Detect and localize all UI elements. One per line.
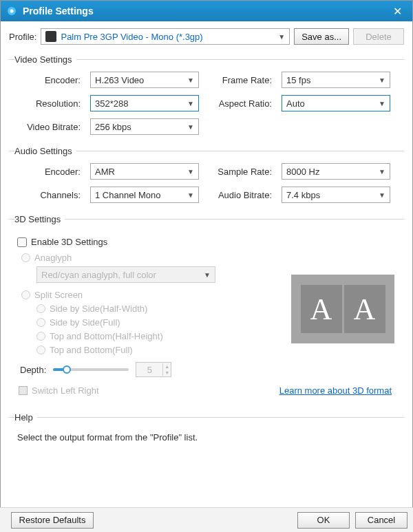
chevron-down-icon: ▼ <box>379 76 385 84</box>
title-bar: Profile Settings ✕ <box>1 1 412 21</box>
preview-left: A <box>301 285 342 333</box>
switch-lr-label: Switch Left Right <box>32 385 99 396</box>
sbs-half-radio <box>36 304 45 313</box>
cancel-button[interactable]: Cancel <box>355 512 407 529</box>
audio-encoder-label: Encoder: <box>14 167 83 177</box>
audio-legend: Audio Settings <box>14 146 76 156</box>
profile-row: Profile: Palm Pre 3GP Video - Mono (*.3g… <box>9 28 404 45</box>
video-settings-group: Video Settings Encoder: H.263 Video▼ Fra… <box>9 54 404 140</box>
resolution-dropdown[interactable]: 352*288▼ <box>90 95 199 111</box>
ok-button[interactable]: OK <box>297 512 350 529</box>
chevron-up-icon: ▲ <box>163 363 171 370</box>
depth-spinner: 5 ▲▼ <box>136 362 171 377</box>
tb-full-radio <box>36 345 45 354</box>
chevron-down-icon: ▼ <box>163 370 171 376</box>
encoder-label: Encoder: <box>14 75 83 85</box>
chevron-down-icon: ▼ <box>278 33 285 41</box>
channels-dropdown[interactable]: 1 Channel Mono▼ <box>90 187 199 203</box>
chevron-down-icon: ▼ <box>187 100 194 107</box>
help-text: Select the output format from the "Profi… <box>14 429 401 443</box>
channels-label: Channels: <box>14 190 83 200</box>
profile-selected: Palm Pre 3GP Video - Mono (*.3gp) <box>61 32 278 42</box>
frame-rate-label: Frame Rate: <box>206 75 275 85</box>
help-legend: Help <box>14 412 37 423</box>
video-bitrate-label: Video Bitrate: <box>14 122 83 132</box>
learn-more-link[interactable]: Learn more about 3D format <box>279 385 392 396</box>
preview-right: A <box>344 285 385 333</box>
window-title: Profile Settings <box>23 6 388 17</box>
chevron-down-icon: ▼ <box>379 191 385 199</box>
app-logo-icon <box>6 6 17 17</box>
switch-lr-checkbox <box>19 386 28 395</box>
chevron-down-icon: ▼ <box>187 191 194 199</box>
chevron-down-icon: ▼ <box>379 100 385 107</box>
anaglyph-mode-dropdown: Red/cyan anaglyph, full color▼ <box>36 266 215 283</box>
slider-thumb-icon[interactable] <box>63 365 71 374</box>
device-icon <box>45 31 56 42</box>
enable-3d-checkbox[interactable] <box>17 237 27 247</box>
profile-dropdown[interactable]: Palm Pre 3GP Video - Mono (*.3gp) ▼ <box>41 28 290 45</box>
resolution-label: Resolution: <box>14 98 83 109</box>
restore-defaults-button[interactable]: Restore Defaults <box>11 512 94 529</box>
enable-3d-label: Enable 3D Settings <box>31 237 107 247</box>
anaglyph-radio <box>21 253 30 262</box>
sample-rate-dropdown[interactable]: 8000 Hz▼ <box>282 163 390 180</box>
frame-rate-dropdown[interactable]: 15 fps▼ <box>282 72 390 88</box>
chevron-down-icon: ▼ <box>187 168 194 175</box>
anaglyph-label: Anaglyph <box>34 253 72 263</box>
video-legend: Video Settings <box>14 54 76 65</box>
depth-slider[interactable] <box>53 364 129 375</box>
aspect-ratio-dropdown[interactable]: Auto▼ <box>282 95 390 111</box>
video-bitrate-dropdown[interactable]: 256 kbps▼ <box>90 118 199 135</box>
sample-rate-label: Sample Rate: <box>206 167 275 177</box>
chevron-down-icon: ▼ <box>379 168 385 175</box>
3d-preview: A A <box>291 275 394 343</box>
tb-half-radio <box>36 332 45 341</box>
depth-label: Depth: <box>20 365 46 375</box>
profile-label: Profile: <box>9 32 36 42</box>
audio-bitrate-dropdown[interactable]: 7.4 kbps▼ <box>282 187 390 203</box>
help-group: Help Select the output format from the "… <box>9 412 404 448</box>
chevron-down-icon: ▼ <box>187 76 194 84</box>
save-as-button[interactable]: Save as... <box>294 28 349 45</box>
chevron-down-icon: ▼ <box>204 271 211 279</box>
split-screen-label: Split Screen <box>34 290 83 300</box>
video-encoder-dropdown[interactable]: H.263 Video▼ <box>90 72 199 88</box>
sbs-full-radio <box>36 318 45 327</box>
chevron-down-icon: ▼ <box>187 123 194 131</box>
audio-bitrate-label: Audio Bitrate: <box>206 190 275 200</box>
close-icon[interactable]: ✕ <box>388 5 407 18</box>
3d-legend: 3D Settings <box>14 214 65 224</box>
delete-button: Delete <box>353 28 404 45</box>
split-screen-radio <box>21 290 30 299</box>
footer-bar: Restore Defaults OK Cancel <box>0 507 413 532</box>
svg-point-1 <box>10 10 14 13</box>
aspect-label: Aspect Ratio: <box>206 98 275 109</box>
audio-settings-group: Audio Settings Encoder: AMR▼ Sample Rate… <box>9 146 404 209</box>
audio-encoder-dropdown[interactable]: AMR▼ <box>90 163 199 180</box>
